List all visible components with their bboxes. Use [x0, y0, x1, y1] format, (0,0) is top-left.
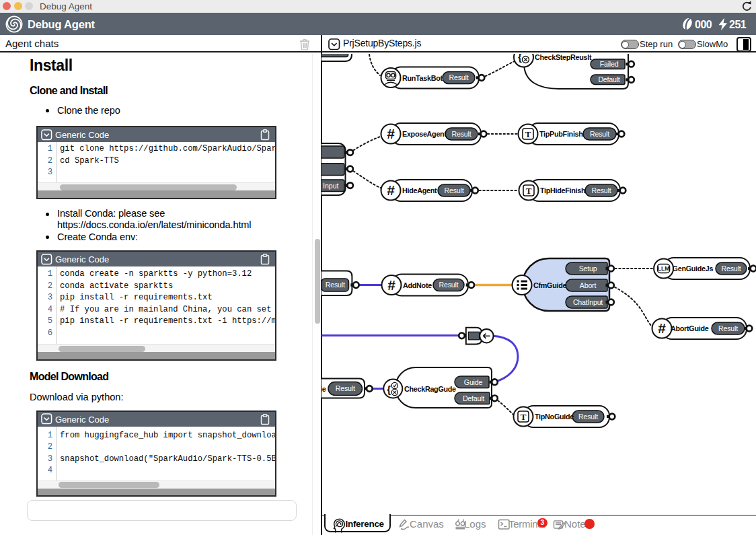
svg-text:Result: Result: [449, 73, 469, 81]
svg-text:GenGuideJs: GenGuideJs: [673, 264, 714, 273]
svg-text:Input: Input: [323, 182, 339, 190]
svg-text:Result: Result: [722, 264, 741, 273]
svg-text:ChatInput: ChatInput: [573, 298, 603, 306]
svg-text:AbortGuide: AbortGuide: [671, 324, 709, 332]
svg-text:CheckRagGude: CheckRagGude: [404, 385, 456, 393]
svg-text:Setup: Setup: [579, 264, 597, 273]
svg-text:Default: Default: [463, 394, 484, 402]
svg-text:TipNoGuide: TipNoGuide: [535, 413, 574, 421]
svg-text:Result: Result: [452, 130, 471, 138]
svg-text:Result: Result: [592, 186, 611, 194]
svg-text:Abort: Abort: [580, 281, 597, 289]
svg-text:#: #: [658, 320, 666, 336]
svg-text:{: {: [518, 54, 522, 63]
svg-text:Result: Result: [336, 384, 355, 392]
svg-text:#: #: [387, 182, 395, 198]
svg-text:ie: ie: [322, 385, 326, 393]
svg-text:HideAgent: HideAgent: [402, 186, 437, 194]
svg-text:CfmGuide: CfmGuide: [533, 281, 566, 289]
svg-text:T: T: [521, 412, 527, 422]
svg-text:AddNote: AddNote: [403, 281, 432, 289]
svg-text:{: {: [387, 384, 391, 395]
svg-text:Failed: Failed: [600, 60, 619, 68]
svg-text:#: #: [387, 126, 395, 141]
svg-text:T: T: [525, 129, 531, 139]
svg-text:RunTaskBot: RunTaskBot: [402, 74, 443, 82]
svg-text:Result: Result: [718, 324, 738, 332]
svg-text:LLM: LLM: [658, 265, 669, 272]
svg-text:T: T: [526, 186, 532, 196]
svg-text:TipPubFinish: TipPubFinish: [539, 130, 583, 138]
svg-text:Result: Result: [326, 281, 345, 289]
svg-text:Default: Default: [598, 75, 619, 83]
svg-text:TipHideFinish: TipHideFinish: [540, 186, 585, 194]
svg-text:CheckStepReuslt: CheckStepReuslt: [535, 54, 592, 61]
svg-text:Guide: Guide: [464, 378, 483, 386]
svg-text:Result: Result: [578, 413, 598, 421]
svg-text:#: #: [387, 277, 395, 293]
svg-text:Result: Result: [445, 186, 464, 194]
svg-text:Result: Result: [590, 130, 609, 138]
svg-text:ExposeAgent: ExposeAgent: [402, 130, 447, 138]
svg-text:Result: Result: [439, 281, 459, 289]
